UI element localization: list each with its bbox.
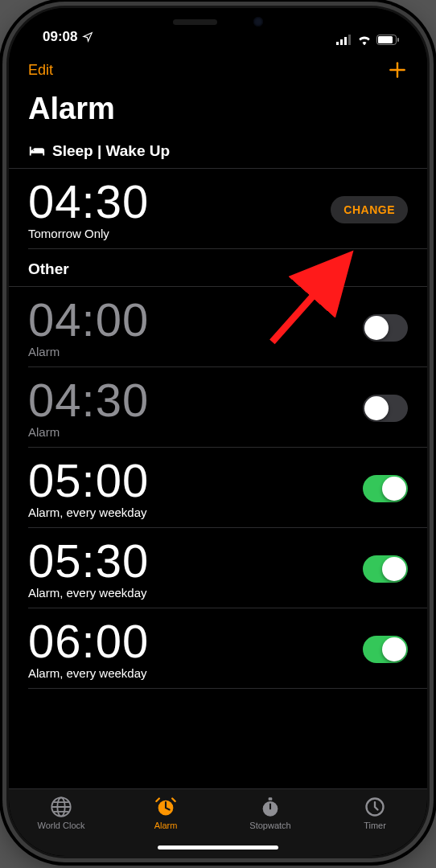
stopwatch-icon — [259, 796, 282, 818]
change-button[interactable]: CHANGE — [331, 196, 408, 223]
alarm-time: 05:30 — [28, 538, 149, 584]
speaker-grill — [173, 19, 217, 25]
timer-icon — [364, 796, 386, 818]
alarm-row[interactable]: 05:30Alarm, every weekday — [9, 528, 427, 608]
tab-world-clock-label: World Clock — [37, 821, 84, 830]
svg-rect-15 — [269, 797, 273, 800]
plus-icon — [387, 59, 408, 80]
alarm-subtitle: Alarm — [28, 345, 149, 358]
home-indicator[interactable] — [158, 845, 278, 850]
alarm-row[interactable]: 05:00Alarm, every weekday — [9, 448, 427, 527]
globe-icon — [50, 796, 72, 818]
other-section-header: Other — [9, 249, 427, 286]
alarm-row[interactable]: 04:30Alarm — [9, 367, 427, 447]
tab-timer-label: Timer — [364, 821, 386, 830]
sleep-alarm-subtitle: Tomorrow Only — [28, 227, 149, 240]
svg-rect-1 — [340, 39, 343, 45]
alarm-icon — [154, 796, 177, 818]
phone-frame: 09:08 Edit Alarm Sleep | Wake Up — [9, 8, 427, 856]
screen: 09:08 Edit Alarm Sleep | Wake Up — [9, 8, 427, 856]
alarm-time: 05:00 — [28, 457, 149, 504]
wifi-icon — [357, 35, 372, 45]
status-time: 09:08 — [43, 29, 77, 45]
alarm-row[interactable]: 04:00Alarm — [9, 287, 427, 366]
alarm-toggle[interactable] — [363, 555, 408, 583]
alarm-subtitle: Alarm — [28, 425, 149, 439]
battery-icon — [376, 35, 399, 45]
add-alarm-button[interactable] — [387, 59, 408, 80]
svg-rect-0 — [336, 42, 339, 45]
tab-timer[interactable]: Timer — [323, 796, 427, 830]
alarm-time: 04:30 — [28, 377, 149, 424]
svg-rect-2 — [344, 37, 347, 45]
cellular-icon — [336, 35, 352, 45]
alarm-row[interactable]: 06:00Alarm, every weekday — [9, 608, 427, 688]
bed-icon — [28, 145, 46, 158]
sleep-section-label: Sleep | Wake Up — [52, 142, 170, 160]
svg-point-4 — [364, 43, 366, 45]
notch — [130, 8, 306, 35]
alarm-list: Sleep | Wake Up 04:30 Tomorrow Only CHAN… — [9, 136, 427, 788]
alarm-toggle[interactable] — [363, 314, 408, 342]
alarm-subtitle: Alarm, every weekday — [28, 666, 149, 680]
edit-button[interactable]: Edit — [28, 62, 53, 79]
other-section-label: Other — [28, 260, 69, 278]
sleep-alarm-row[interactable]: 04:30 Tomorrow Only CHANGE — [9, 169, 427, 248]
alarm-subtitle: Alarm, every weekday — [28, 506, 149, 519]
alarm-toggle[interactable] — [363, 475, 408, 502]
tab-world-clock[interactable]: World Clock — [9, 796, 113, 830]
sleep-alarm-time: 04:30 — [28, 178, 149, 225]
tab-alarm-label: Alarm — [154, 821, 178, 830]
svg-rect-7 — [397, 38, 399, 42]
alarm-toggle[interactable] — [363, 636, 408, 663]
tab-stopwatch[interactable]: Stopwatch — [218, 796, 323, 830]
tab-stopwatch-label: Stopwatch — [249, 821, 290, 830]
svg-rect-6 — [378, 36, 393, 43]
tab-alarm[interactable]: Alarm — [113, 796, 218, 830]
front-camera — [253, 17, 263, 27]
svg-rect-3 — [348, 35, 351, 45]
location-icon — [82, 31, 93, 43]
alarm-time: 04:00 — [28, 297, 149, 343]
alarm-toggle[interactable] — [363, 395, 408, 422]
alarm-time: 06:00 — [28, 618, 149, 665]
alarm-subtitle: Alarm, every weekday — [28, 586, 149, 600]
sleep-section-header: Sleep | Wake Up — [9, 136, 427, 168]
page-title: Alarm — [9, 87, 427, 136]
